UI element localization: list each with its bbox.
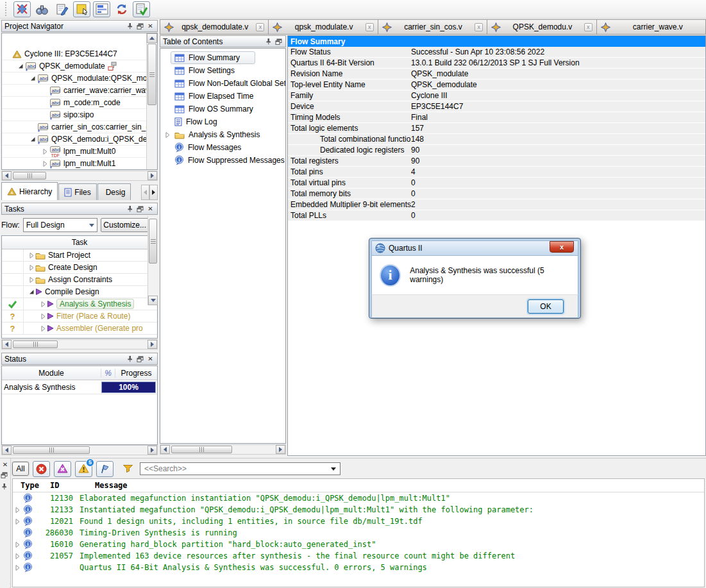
toolbar-button-settings-list[interactable] bbox=[93, 1, 110, 17]
pin-icon[interactable] bbox=[0, 482, 8, 491]
vertical-scrollbar[interactable] bbox=[147, 216, 158, 305]
toc-item[interactable]: iFlow Messages bbox=[160, 141, 285, 154]
message-row[interactable]: i12130Elaborated megafunction instantiat… bbox=[13, 492, 704, 504]
scroll-thumb[interactable] bbox=[13, 340, 58, 348]
pin-icon[interactable] bbox=[126, 205, 134, 213]
messages-vertical-tab[interactable]: Messages bbox=[9, 557, 11, 588]
scroll-right-button[interactable] bbox=[147, 171, 157, 180]
tree-item[interactable]: abdm_code:m_code bbox=[2, 97, 146, 109]
scroll-thumb[interactable] bbox=[149, 219, 157, 264]
toc-item[interactable]: Flow Settings bbox=[160, 64, 285, 77]
tree-item[interactable]: abdsipo:sipo bbox=[2, 109, 146, 121]
toolbar-button-note[interactable] bbox=[73, 1, 90, 17]
horizontal-scrollbar[interactable] bbox=[160, 444, 286, 455]
float-window-icon[interactable] bbox=[274, 37, 283, 46]
tab-close-icon[interactable]: x bbox=[584, 23, 593, 31]
scroll-thumb[interactable] bbox=[171, 446, 232, 453]
horizontal-scrollbar[interactable] bbox=[1, 445, 158, 455]
expand-arrow-icon[interactable] bbox=[28, 289, 35, 295]
expand-arrow-icon[interactable] bbox=[29, 75, 37, 81]
toc-item[interactable]: Flow Non-Default Global Settings bbox=[160, 77, 285, 90]
scroll-tabs-right-button[interactable] bbox=[149, 185, 158, 200]
task-row[interactable]: Create Design bbox=[2, 262, 157, 274]
toc-item[interactable]: Flow Elapsed Time bbox=[160, 90, 285, 103]
scroll-down-button[interactable] bbox=[148, 296, 158, 305]
scroll-thumb[interactable] bbox=[13, 172, 46, 180]
horizontal-scrollbar[interactable] bbox=[1, 339, 158, 349]
tree-item[interactable]: abdQPSK_demodu:i_QPSK_demodu bbox=[2, 133, 146, 146]
filter-critical-warnings-button[interactable] bbox=[54, 461, 71, 477]
expand-arrow-icon[interactable] bbox=[13, 507, 22, 514]
close-icon[interactable]: ✕ bbox=[1, 460, 10, 469]
expand-arrow-icon[interactable] bbox=[13, 564, 22, 571]
task-row[interactable]: ?Assembler (Generate pro bbox=[2, 323, 157, 335]
message-row[interactable]: i16010Generating hard_block partition "h… bbox=[13, 539, 704, 550]
tree-item[interactable]: abdQPSK_modulate:QPSK_modulate bbox=[2, 72, 146, 85]
dialog-close-button[interactable]: x bbox=[550, 241, 574, 253]
editor-tab[interactable]: qpsk_demodulate.vx bbox=[160, 19, 269, 35]
message-row[interactable]: i12133Instantiated megafunction "QPSK_de… bbox=[13, 504, 704, 516]
expand-arrow-icon[interactable] bbox=[17, 63, 24, 69]
expand-arrow-icon[interactable] bbox=[39, 301, 47, 308]
expand-arrow-icon[interactable] bbox=[165, 131, 171, 139]
expand-arrow-icon[interactable] bbox=[41, 160, 49, 167]
customize-button[interactable]: Customize... bbox=[101, 218, 149, 232]
scroll-up-button[interactable] bbox=[147, 33, 157, 43]
sidebar-tab-hierarchy[interactable]: Hierarchy bbox=[1, 182, 58, 200]
ok-button[interactable]: OK bbox=[528, 299, 564, 314]
tree-item[interactable]: Cyclone III: EP3C5E144C7 bbox=[2, 48, 146, 60]
float-window-icon[interactable] bbox=[136, 355, 144, 363]
tab-close-icon[interactable]: x bbox=[366, 23, 374, 31]
task-row[interactable]: Start Project bbox=[2, 249, 157, 262]
expand-arrow-icon[interactable] bbox=[13, 541, 22, 548]
editor-tab[interactable]: carrier_wave.v bbox=[597, 19, 706, 35]
tree-item[interactable]: abdlpm_mult:Mult1 bbox=[2, 158, 146, 169]
float-window-icon[interactable] bbox=[136, 205, 144, 213]
toolbar-button-compile[interactable] bbox=[13, 1, 31, 17]
expand-arrow-icon[interactable] bbox=[29, 136, 37, 142]
scroll-right-button[interactable] bbox=[147, 446, 157, 455]
expand-arrow-icon[interactable] bbox=[41, 148, 49, 155]
float-window-icon[interactable] bbox=[136, 22, 144, 30]
expand-arrow-icon[interactable] bbox=[28, 264, 35, 271]
expand-arrow-icon[interactable] bbox=[39, 313, 47, 320]
pin-icon[interactable] bbox=[126, 22, 134, 30]
toolbar-button-find[interactable] bbox=[33, 1, 51, 17]
toc-item[interactable]: Flow Summary bbox=[160, 51, 285, 64]
expand-arrow-icon[interactable] bbox=[13, 518, 22, 525]
scroll-right-button[interactable] bbox=[276, 445, 285, 454]
toolbar-button-edit[interactable] bbox=[53, 1, 71, 17]
expand-arrow-icon[interactable] bbox=[39, 325, 47, 332]
message-row[interactable]: i12021Found 1 design units, including 1 … bbox=[13, 516, 704, 527]
editor-tab[interactable]: qpsk_modulate.vx bbox=[269, 19, 378, 35]
editor-tab[interactable]: QPSK_demodu.vx bbox=[487, 19, 596, 35]
float-window-icon[interactable] bbox=[0, 471, 8, 479]
scroll-left-button[interactable] bbox=[160, 445, 170, 454]
tree-item[interactable]: abdcarrier_wave:carrier_wave bbox=[2, 85, 146, 97]
message-row[interactable]: i21057Implemented 163 device resources a… bbox=[13, 550, 704, 562]
tree-item[interactable]: abdcarrier_sin_cos:carrier_sin_cos bbox=[2, 121, 146, 133]
expand-arrow-icon[interactable] bbox=[13, 553, 22, 560]
toc-item[interactable]: Flow Log bbox=[160, 115, 285, 128]
toc-item[interactable]: Analysis & Synthesis bbox=[160, 128, 285, 141]
scroll-thumb[interactable] bbox=[13, 446, 90, 454]
search-combobox[interactable]: <<Search>> bbox=[140, 462, 340, 475]
tree-item[interactable]: abdTDFlpm_mult:Mult0 bbox=[2, 146, 146, 158]
close-icon[interactable]: ✕ bbox=[146, 355, 155, 363]
toc-item[interactable]: iFlow Suppressed Messages bbox=[160, 154, 285, 167]
filter-warnings-button[interactable]: 5 bbox=[75, 461, 92, 477]
sidebar-tab-desig[interactable]: Desig bbox=[97, 183, 131, 200]
message-row[interactable]: i286030Timing-Driven Synthesis is runnin… bbox=[13, 527, 704, 539]
expand-arrow-icon[interactable] bbox=[28, 252, 35, 259]
tree-item[interactable]: abdQPSK_demodulate bbox=[2, 60, 146, 72]
scroll-tabs-left-button[interactable] bbox=[141, 185, 149, 200]
message-row[interactable]: iQuartus II 64-Bit Analysis & Synthesis … bbox=[13, 562, 704, 573]
scroll-left-button[interactable] bbox=[2, 446, 12, 455]
task-row[interactable]: Compile Design bbox=[2, 286, 157, 298]
dialog-titlebar[interactable]: Quartus II x bbox=[371, 240, 578, 255]
pin-icon[interactable] bbox=[264, 37, 273, 46]
scroll-thumb[interactable] bbox=[147, 44, 156, 105]
sidebar-tab-files[interactable]: Files bbox=[58, 183, 96, 200]
toolbar-button-refresh[interactable] bbox=[113, 1, 130, 17]
task-row[interactable]: ?Fitter (Place & Route) bbox=[2, 310, 157, 323]
